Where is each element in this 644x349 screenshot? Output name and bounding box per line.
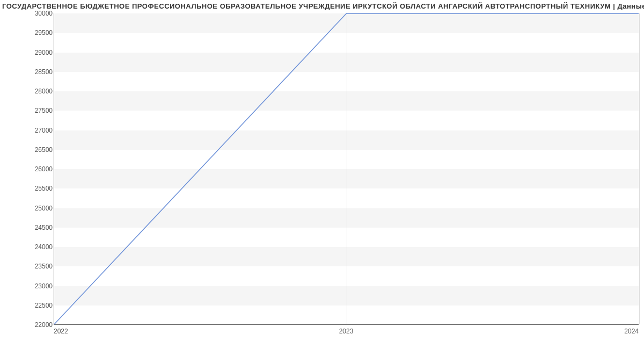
y-tick-label: 29000 bbox=[20, 49, 53, 56]
y-tick-label: 29500 bbox=[20, 29, 53, 37]
y-tick-label: 25500 bbox=[20, 185, 53, 192]
x-tick-label: 2024 bbox=[624, 328, 639, 335]
x-tick-label: 2022 bbox=[54, 328, 68, 335]
plot-area bbox=[54, 13, 639, 325]
x-tick-label: 2023 bbox=[339, 328, 354, 335]
page-title: ГОСУДАРСТВЕННОЕ БЮДЖЕТНОЕ ПРОФЕССИОНАЛЬН… bbox=[0, 0, 644, 10]
y-tick-label: 22000 bbox=[20, 321, 53, 329]
y-tick-label: 23500 bbox=[20, 263, 53, 270]
y-tick-label: 26000 bbox=[20, 165, 53, 173]
y-tick-label: 24000 bbox=[20, 243, 53, 251]
y-tick-label: 28500 bbox=[20, 68, 53, 76]
y-tick-label: 26500 bbox=[20, 146, 53, 154]
data-line bbox=[54, 13, 639, 324]
chart-container: 2200022500230002350024000245002500025500… bbox=[0, 11, 644, 341]
y-tick-label: 28000 bbox=[20, 88, 53, 95]
y-tick-label: 22500 bbox=[20, 302, 53, 309]
y-tick-label: 27000 bbox=[20, 127, 53, 134]
y-tick-label: 24500 bbox=[20, 224, 53, 231]
y-tick-label: 25000 bbox=[20, 205, 53, 212]
y-tick-label: 23000 bbox=[20, 282, 53, 290]
gridline-vertical bbox=[639, 13, 640, 324]
y-tick-label: 27500 bbox=[20, 107, 53, 114]
y-tick-label: 30000 bbox=[20, 10, 53, 17]
